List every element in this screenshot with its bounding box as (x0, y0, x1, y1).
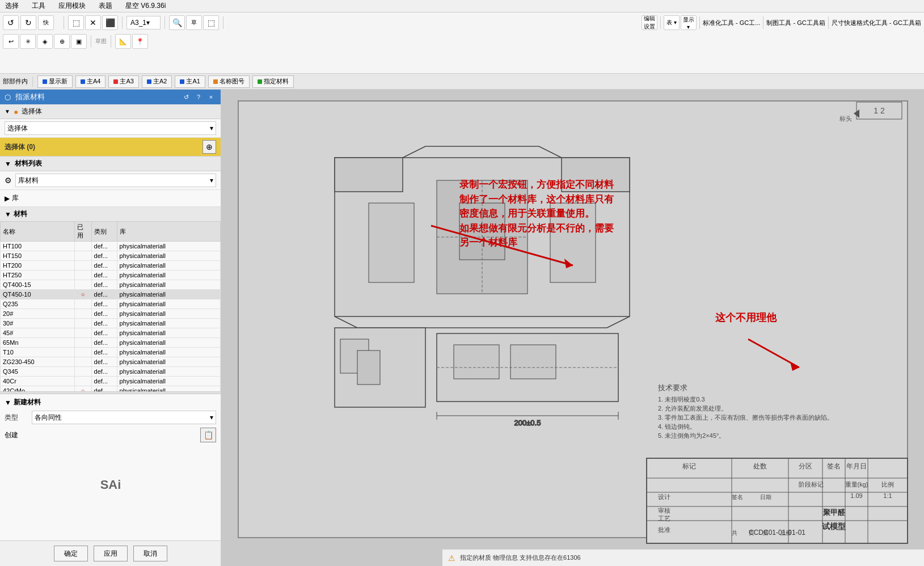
cell-lib: physicalmateriall (117, 319, 220, 328)
snap-btn-7[interactable]: 📍 (132, 34, 148, 49)
cell-name: 65Mn (1, 338, 75, 348)
snap-btn-3[interactable]: ◈ (37, 34, 53, 49)
cell-name: 42CrMo (1, 386, 75, 392)
cell-used (74, 309, 91, 319)
panel-icon: ⬡ (5, 93, 11, 102)
snap-btn-2[interactable]: ✳ (20, 34, 36, 49)
cell-lib: physicalmateriall (117, 377, 220, 386)
table-row[interactable]: ZG230-450def...physicalmateriall (1, 357, 221, 367)
svg-text:1 2: 1 2 (874, 106, 885, 115)
cell-type: def... (91, 357, 117, 367)
quick-btn-3[interactable]: 快 (38, 15, 54, 30)
table-row[interactable]: T10def...physicalmateriall (1, 348, 221, 357)
table-row[interactable]: 45#def...physicalmateriall (1, 328, 221, 338)
quick-tab-refresh[interactable]: 显示新 (37, 75, 73, 88)
table-row[interactable]: QT400-15def...physicalmateriall (1, 280, 221, 290)
toolbar-icon-3[interactable]: ⬛ (102, 15, 118, 30)
table-row[interactable]: Q345def...physicalmateriall (1, 367, 221, 377)
table-row[interactable]: Q235def...physicalmateriall (1, 299, 221, 309)
table-header-row: 名称 已用 类别 库 (1, 222, 221, 242)
type-dropdown[interactable]: 各向同性 ▾ (32, 411, 216, 424)
display-btn[interactable]: 显示 ▾ (681, 15, 697, 30)
new-material-header[interactable]: ▼ 新建材料 (5, 398, 216, 407)
menu-tablehead[interactable]: 表题 (96, 0, 115, 12)
menu-tools[interactable]: 工具 (29, 0, 48, 12)
view-btn-2[interactable]: 草 (186, 15, 202, 30)
cell-lib: physicalmateriall (117, 251, 220, 261)
quick-tab-name-number[interactable]: 名称图号 (208, 75, 250, 88)
edit-btn-1[interactable]: 编辑设置 (642, 15, 657, 30)
table-row[interactable]: 20#def...physicalmateriall (1, 309, 221, 319)
material-section-header[interactable]: ▼ 材料 (0, 207, 221, 221)
svg-text:1.09: 1.09 (850, 492, 862, 499)
cell-name: QT400-15 (1, 280, 75, 290)
panel-help-btn[interactable]: ? (193, 92, 204, 102)
tab-dot (43, 79, 47, 84)
table-row[interactable]: QT450-10○def...physicalmateriall (1, 290, 221, 299)
snap-btn-5[interactable]: ▣ (71, 34, 87, 49)
snap-btn-6[interactable]: 📐 (115, 34, 131, 49)
table-row[interactable]: HT150def...physicalmateriall (1, 251, 221, 261)
section-dot: ● (14, 107, 18, 116)
quick-tab-a4[interactable]: 主A4 (75, 75, 106, 88)
panel-refresh-btn[interactable]: ↺ (181, 92, 191, 102)
svg-text:技术要求: 技术要求 (657, 383, 687, 392)
menu-version[interactable]: 星空 V6.9.36i (123, 0, 168, 12)
select-body-section-header[interactable]: ▼ ● 选择体 (0, 104, 221, 119)
cell-used (74, 348, 91, 357)
status-bar: ⚠ 指定的材质 物理信息 支持信息存在在61306 (442, 549, 924, 566)
cell-name: 45# (1, 328, 75, 338)
create-row: 创建 📋 (5, 428, 216, 442)
cell-lib: physicalmateriall (117, 290, 220, 299)
snap-btn-4[interactable]: ⊕ (54, 34, 70, 49)
quick-tab-assign-material[interactable]: 指定材料 (252, 75, 294, 88)
panel-close-btn[interactable]: × (206, 92, 216, 102)
menu-select[interactable]: 选择 (3, 0, 21, 12)
snap-btn-1[interactable]: ↩ (3, 34, 19, 49)
paper-size-dropdown[interactable]: A3_1▾ (126, 16, 161, 29)
svg-text:年月日: 年月日 (846, 462, 867, 470)
table-row[interactable]: 40Crdef...physicalmateriall (1, 377, 221, 386)
cell-lib: physicalmateriall (117, 386, 220, 392)
quick-tab-a3[interactable]: 主A3 (108, 75, 138, 88)
svg-text:比例: 比例 (881, 481, 894, 488)
table-row[interactable]: 65Mndef...physicalmateriall (1, 338, 221, 348)
table-row[interactable]: HT100def...physicalmateriall (1, 242, 221, 251)
view-btn-3[interactable]: ⬚ (203, 15, 219, 30)
cell-used (74, 328, 91, 338)
cell-used (74, 357, 91, 367)
type-form-row: 类型 各向同性 ▾ (5, 411, 216, 424)
table-row[interactable]: 42CrMo○def...physicalmateriall (1, 386, 221, 392)
svg-text:共: 共 (732, 530, 737, 536)
material-list-header[interactable]: ▼ 材料列表 (0, 157, 221, 171)
confirm-button[interactable]: 确定 (54, 546, 88, 561)
cancel-button[interactable]: 取消 (133, 546, 167, 561)
table-btn[interactable]: 表 ▾ (664, 15, 680, 30)
material-scroll-area[interactable]: 名称 已用 类别 库 HT100def...physicalmateriallH… (0, 221, 221, 391)
material-list-label: 材料列表 (15, 159, 42, 168)
lib-section-header[interactable]: ▶ 库 (5, 192, 216, 204)
cell-lib: physicalmateriall (117, 348, 220, 357)
table-row[interactable]: HT200def...physicalmateriall (1, 261, 221, 271)
quick-tab-a1[interactable]: 主A1 (175, 75, 205, 88)
toolbar-icon-1[interactable]: ⬚ (68, 15, 84, 30)
tab-dot (147, 79, 151, 84)
table-row[interactable]: 30#def...physicalmateriall (1, 319, 221, 328)
cell-used: ○ (74, 386, 91, 392)
quick-btn-1[interactable]: ↺ (3, 15, 19, 30)
crosshair-button[interactable]: ⊕ (202, 140, 216, 154)
view-btn-1[interactable]: 🔍 (169, 15, 185, 30)
svg-text:4. 锐边倒钝。: 4. 锐边倒钝。 (658, 423, 696, 430)
select-body-dropdown[interactable]: 选择体 ▾ (5, 121, 216, 135)
cell-lib: physicalmateriall (117, 357, 220, 367)
lib-dropdown[interactable]: 库材料 ▾ (15, 174, 216, 187)
svg-text:标头: 标头 (839, 115, 852, 122)
toolbar-icon-2[interactable]: ✕ (85, 15, 101, 30)
table-row[interactable]: HT250def...physicalmateriall (1, 271, 221, 280)
apply-button[interactable]: 应用 (94, 546, 128, 561)
create-button[interactable]: 📋 (200, 428, 216, 442)
menu-modules[interactable]: 应用模块 (56, 0, 88, 12)
create-label: 创建 (5, 430, 27, 440)
quick-tab-a2[interactable]: 主A2 (142, 75, 172, 88)
quick-btn-2[interactable]: ↻ (20, 15, 36, 30)
